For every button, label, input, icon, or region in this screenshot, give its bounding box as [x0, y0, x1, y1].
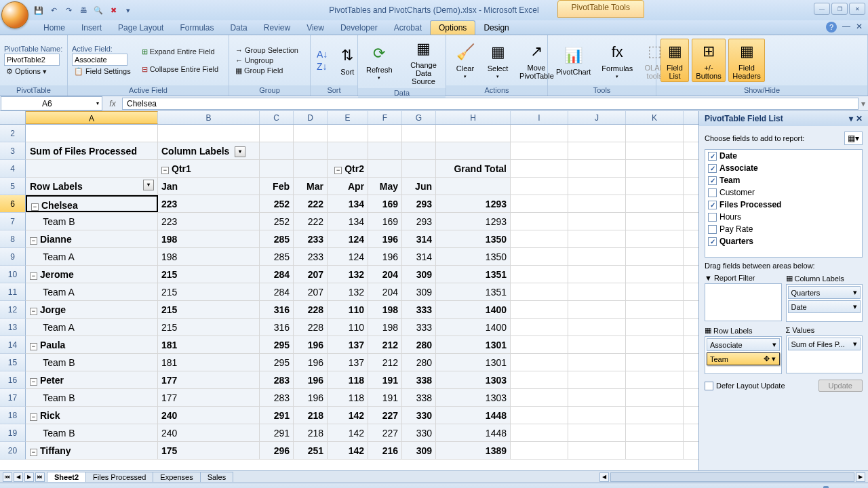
- select-all-corner[interactable]: [0, 111, 26, 124]
- active-field-input[interactable]: [72, 54, 127, 66]
- cell[interactable]: [626, 266, 684, 283]
- cell[interactable]: 218: [294, 424, 328, 441]
- tab-pagelayout[interactable]: Page Layout: [110, 21, 172, 35]
- cell[interactable]: 134: [328, 213, 368, 230]
- cell[interactable]: 191: [368, 371, 402, 388]
- sheet-tab-sales[interactable]: Sales: [200, 472, 234, 482]
- cell[interactable]: 223: [158, 195, 260, 212]
- cell[interactable]: [511, 142, 568, 159]
- cell[interactable]: −Jerome: [26, 266, 158, 283]
- cell[interactable]: 227: [368, 407, 402, 424]
- cell[interactable]: 137: [328, 336, 368, 353]
- tab-home[interactable]: Home: [35, 21, 73, 35]
- cell[interactable]: 309: [402, 283, 436, 300]
- cell[interactable]: Team B: [26, 213, 158, 230]
- cell[interactable]: [511, 230, 568, 247]
- cell[interactable]: −Rick: [26, 407, 158, 424]
- cell[interactable]: 1351: [436, 266, 511, 283]
- cell[interactable]: [568, 248, 626, 265]
- cell[interactable]: −Paula: [26, 336, 158, 353]
- cell[interactable]: 175: [158, 442, 260, 459]
- fieldlist-layout-icon[interactable]: ▦▾: [844, 131, 863, 145]
- clear-button[interactable]: 🧹Clear▾: [450, 40, 480, 81]
- cell[interactable]: 215: [158, 319, 260, 336]
- collapse-field-button[interactable]: ⊟ Collapse Entire Field: [140, 64, 221, 75]
- close-button[interactable]: ✕: [849, 3, 865, 15]
- cell[interactable]: 1303: [436, 371, 511, 388]
- change-source-button[interactable]: ▦Change Data Source: [399, 37, 448, 87]
- cell[interactable]: [568, 195, 626, 212]
- cell[interactable]: 338: [402, 389, 436, 406]
- cell[interactable]: Team A: [26, 248, 158, 265]
- cell[interactable]: [626, 389, 684, 406]
- row-header-5[interactable]: 5: [0, 178, 26, 195]
- cell[interactable]: 291: [260, 407, 294, 424]
- tab-options[interactable]: Options: [430, 20, 475, 35]
- fieldlist-close-icon[interactable]: ✕: [856, 114, 863, 123]
- cell[interactable]: 1350: [436, 248, 511, 265]
- row-header-3[interactable]: 3: [0, 142, 26, 160]
- defer-checkbox[interactable]: [705, 382, 713, 390]
- cell[interactable]: 142: [328, 442, 368, 459]
- cell[interactable]: 1293: [436, 195, 511, 212]
- select-button[interactable]: ▦Select▾: [483, 40, 513, 81]
- sort-az-button[interactable]: A↓: [315, 48, 330, 60]
- cell[interactable]: [568, 407, 626, 424]
- cell[interactable]: Column Labels ▾: [158, 142, 260, 159]
- col-header-C[interactable]: C: [260, 111, 294, 124]
- cell[interactable]: [511, 354, 568, 371]
- cell[interactable]: [294, 142, 328, 159]
- cell[interactable]: [294, 160, 328, 177]
- cell[interactable]: 333: [402, 301, 436, 318]
- col-header-K[interactable]: K: [626, 111, 684, 124]
- cell[interactable]: 316: [260, 301, 294, 318]
- row-header-13[interactable]: 13: [0, 319, 26, 336]
- cell[interactable]: [626, 336, 684, 353]
- minimize-button[interactable]: —: [814, 3, 830, 15]
- cell[interactable]: 207: [294, 266, 328, 283]
- qat-quickprint-icon[interactable]: 🖶: [77, 4, 90, 16]
- tab-developer[interactable]: Developer: [332, 21, 386, 35]
- cell[interactable]: 284: [260, 283, 294, 300]
- cell[interactable]: 196: [294, 371, 328, 388]
- row-labels-area[interactable]: Associate▾ Team✥ ▾: [705, 336, 782, 374]
- cell[interactable]: [626, 301, 684, 318]
- cell[interactable]: [368, 125, 402, 142]
- cell[interactable]: [568, 424, 626, 441]
- cell[interactable]: 198: [158, 248, 260, 265]
- ungroup-button[interactable]: ← Ungroup: [233, 56, 300, 65]
- col-header-E[interactable]: E: [328, 111, 368, 124]
- cell[interactable]: [402, 142, 436, 159]
- cell[interactable]: [568, 301, 626, 318]
- sort-za-button[interactable]: Z↓: [315, 60, 330, 73]
- formula-bar[interactable]: Chelsea: [122, 98, 859, 110]
- cell[interactable]: 204: [368, 266, 402, 283]
- field-headers-toggle[interactable]: ▦Field Headers: [728, 39, 765, 82]
- cell[interactable]: 169: [368, 213, 402, 230]
- cell[interactable]: [436, 178, 511, 195]
- name-box[interactable]: A6▾: [1, 96, 102, 110]
- cell[interactable]: −Qtr2: [328, 160, 368, 177]
- cell[interactable]: May: [368, 178, 402, 195]
- values-area[interactable]: Sum of Files P...▾: [786, 336, 863, 373]
- cell[interactable]: 251: [294, 442, 328, 459]
- cell[interactable]: [294, 125, 328, 142]
- field-associate[interactable]: ✓Associate: [705, 162, 862, 174]
- cell[interactable]: 314: [402, 230, 436, 247]
- cell[interactable]: Feb: [260, 178, 294, 195]
- cell[interactable]: [568, 319, 626, 336]
- cell[interactable]: 295: [260, 336, 294, 353]
- col-header-F[interactable]: F: [368, 111, 402, 124]
- field-pay-rate[interactable]: Pay Rate: [705, 223, 862, 235]
- help-icon[interactable]: ?: [826, 22, 837, 33]
- cell[interactable]: 1448: [436, 424, 511, 441]
- cell[interactable]: Mar: [294, 178, 328, 195]
- cell[interactable]: [626, 230, 684, 247]
- cell[interactable]: −Dianne: [26, 230, 158, 247]
- col-header-B[interactable]: B: [158, 111, 260, 124]
- col-header-G[interactable]: G: [402, 111, 436, 124]
- office-button[interactable]: [1, 1, 28, 28]
- row-header-17[interactable]: 17: [0, 389, 26, 407]
- cell[interactable]: −Tiffany: [26, 442, 158, 459]
- cell[interactable]: [158, 125, 260, 142]
